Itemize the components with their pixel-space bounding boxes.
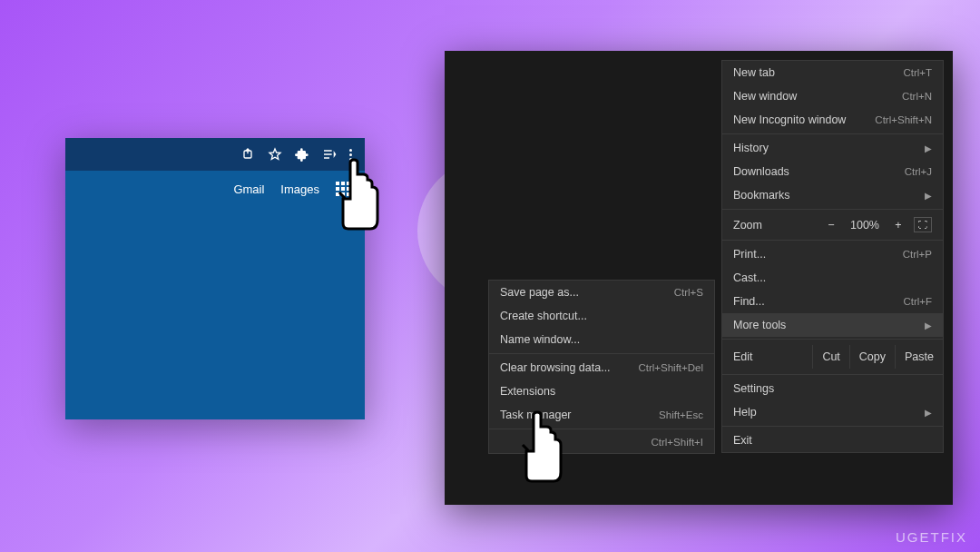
menu-edit-row: Edit Cut Copy Paste: [722, 341, 943, 372]
reading-list-icon[interactable]: [322, 147, 337, 162]
zoom-in-button[interactable]: +: [890, 219, 906, 232]
submenu-task-manager[interactable]: Task managerShift+Esc: [489, 403, 714, 427]
menu-more-tools[interactable]: More tools▶: [722, 313, 943, 337]
menu-help[interactable]: Help▶: [722, 400, 943, 424]
menu-settings[interactable]: Settings: [722, 377, 943, 400]
submenu-clear-browsing[interactable]: Clear browsing data...Ctrl+Shift+Del: [489, 356, 714, 380]
zoom-label: Zoom: [733, 219, 762, 232]
zoom-out-button[interactable]: −: [823, 219, 839, 232]
images-link[interactable]: Images: [280, 182, 319, 196]
extensions-icon[interactable]: [295, 147, 309, 162]
cut-button[interactable]: Cut: [812, 345, 848, 369]
fullscreen-icon[interactable]: ⛶: [914, 217, 932, 232]
menu-downloads[interactable]: DownloadsCtrl+J: [722, 160, 943, 183]
more-tools-submenu: Save page as...Ctrl+S Create shortcut...…: [488, 280, 715, 454]
edit-label: Edit: [722, 345, 812, 369]
menu-find[interactable]: Find...Ctrl+F: [722, 290, 943, 313]
menu-incognito[interactable]: New Incognito windowCtrl+Shift+N: [722, 108, 943, 132]
chrome-main-menu: New tabCtrl+T New windowCtrl+N New Incog…: [721, 60, 944, 453]
submenu-name-window[interactable]: Name window...: [489, 328, 714, 351]
submenu-extensions[interactable]: Extensions: [489, 380, 714, 403]
paste-button[interactable]: Paste: [895, 345, 943, 369]
titlebar: [65, 138, 365, 171]
menu-history[interactable]: History▶: [722, 136, 943, 160]
star-icon[interactable]: [268, 147, 282, 162]
menu-bookmarks[interactable]: Bookmarks▶: [722, 183, 943, 207]
menu-exit[interactable]: Exit: [722, 429, 943, 452]
google-nav: Gmail Images: [65, 171, 365, 202]
menu-new-tab[interactable]: New tabCtrl+T: [722, 61, 943, 84]
kebab-menu-icon[interactable]: [349, 149, 352, 161]
zoom-value: 100%: [847, 219, 883, 232]
copy-button[interactable]: Copy: [849, 345, 895, 369]
submenu-save-page[interactable]: Save page as...Ctrl+S: [489, 281, 714, 304]
apps-grid-icon[interactable]: [336, 182, 350, 196]
chrome-window-left: Gmail Images: [65, 138, 365, 419]
menu-print[interactable]: Print...Ctrl+P: [722, 242, 943, 266]
watermark: UGETFIX: [896, 529, 967, 545]
chrome-window-right: New tabCtrl+T New windowCtrl+N New Incog…: [445, 51, 953, 505]
submenu-create-shortcut[interactable]: Create shortcut...: [489, 304, 714, 328]
submenu-dev-tools[interactable]: Ctrl+Shift+I: [489, 431, 714, 453]
gmail-link[interactable]: Gmail: [233, 182, 264, 196]
menu-new-window[interactable]: New windowCtrl+N: [722, 84, 943, 108]
share-icon[interactable]: [240, 147, 255, 162]
menu-zoom: Zoom − 100% + ⛶: [722, 212, 943, 238]
menu-cast[interactable]: Cast...: [722, 266, 943, 290]
